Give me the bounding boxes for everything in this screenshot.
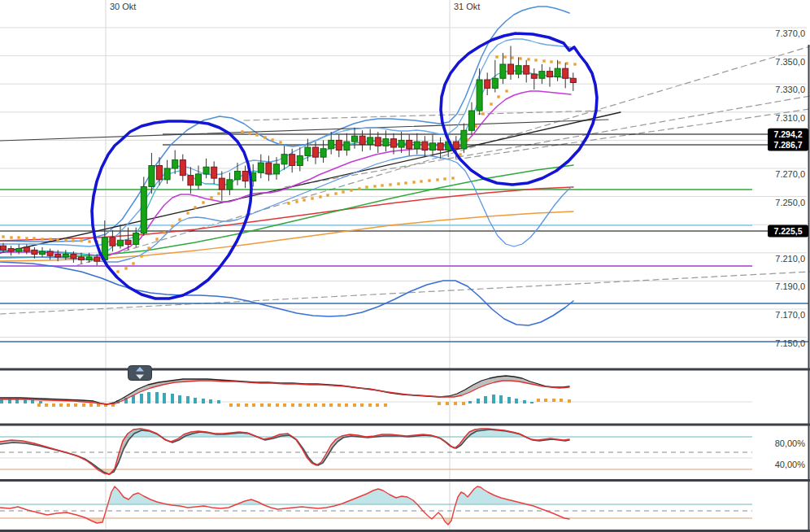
candle-up — [235, 171, 241, 179]
candle-up — [63, 255, 68, 257]
candle-up — [297, 155, 303, 165]
candle-down — [438, 143, 443, 150]
price-label: 7.370,0 — [775, 28, 805, 38]
candle-down — [188, 176, 194, 185]
panel-splitter-handle[interactable] — [128, 366, 152, 381]
candle-up — [172, 160, 178, 168]
candle-up — [258, 163, 263, 172]
candle-up — [500, 64, 506, 78]
candle-up — [383, 139, 389, 146]
candle-down — [79, 257, 85, 259]
candle-up — [164, 168, 170, 180]
candle-down — [407, 140, 412, 148]
candle-down — [180, 160, 185, 176]
candle-down — [453, 142, 459, 149]
candle-up — [274, 164, 280, 174]
candle-down — [391, 139, 397, 147]
date-label: 30 Okt — [110, 2, 136, 11]
candle-down — [485, 80, 490, 88]
candle-up — [281, 155, 287, 164]
candle-up — [305, 147, 311, 155]
candle-up — [16, 249, 22, 251]
price-label: 7.150,0 — [775, 338, 805, 348]
candle-down — [531, 74, 537, 78]
candle-down — [219, 178, 224, 190]
candle-up — [368, 137, 373, 145]
candle-down — [563, 68, 568, 78]
candle-up — [516, 66, 521, 74]
candle-down — [211, 167, 217, 178]
candle-down — [125, 240, 131, 244]
candle-down — [524, 66, 529, 74]
candle-up — [398, 140, 404, 147]
candle-down — [336, 140, 342, 150]
candle-up — [344, 142, 350, 150]
candle-up — [329, 140, 334, 148]
candle-down — [71, 255, 76, 259]
candle-down — [8, 249, 14, 251]
candle-up — [40, 251, 46, 254]
candle-up — [133, 233, 139, 245]
candle-up — [352, 136, 358, 142]
price-label: 7.190,0 — [775, 281, 805, 291]
candle-down — [313, 147, 319, 157]
candle-down — [290, 155, 295, 166]
chart-svg[interactable]: 30 Okt31 Okt7.370,07.350,07.330,07.310,0… — [0, 0, 810, 532]
candle-up — [555, 68, 560, 76]
candle-up — [430, 143, 436, 150]
candle-up — [141, 186, 146, 233]
candle-up — [477, 80, 482, 111]
candle-down — [375, 137, 381, 146]
candle-up — [492, 78, 498, 88]
candle-down — [110, 238, 115, 246]
candle-up — [86, 257, 92, 259]
candle-down — [55, 255, 61, 257]
candle-up — [149, 166, 155, 187]
candle-down — [266, 163, 272, 174]
candle-up — [320, 149, 326, 157]
trading-chart-window: 30 Okt31 Okt7.370,07.350,07.330,07.310,0… — [0, 0, 810, 532]
candle-up — [227, 180, 233, 190]
price-label: 7.330,0 — [775, 85, 805, 94]
candle-up — [203, 167, 209, 174]
price-label: 7.170,0 — [775, 310, 805, 320]
price-badge-text: 7.294,2 — [773, 129, 802, 139]
percent-label: 40,00% — [775, 460, 806, 469]
candle-down — [570, 78, 576, 82]
price-badge-text: 7.286,7 — [773, 140, 802, 150]
candle-down — [242, 171, 248, 181]
candle-up — [469, 111, 475, 130]
candle-up — [196, 174, 202, 185]
candle-down — [422, 142, 428, 150]
candle-down — [508, 64, 514, 74]
candle-up — [414, 142, 420, 149]
candle-down — [47, 251, 53, 255]
candle-down — [94, 257, 100, 261]
candle-down — [157, 166, 163, 180]
price-label: 7.210,0 — [775, 254, 805, 264]
candle-down — [24, 247, 29, 251]
price-label: 7.310,0 — [775, 113, 805, 123]
candle-down — [1, 246, 7, 250]
candle-down — [547, 72, 553, 77]
price-badge-text: 7.225,5 — [773, 226, 802, 236]
candle-down — [32, 250, 37, 254]
candle-up — [539, 72, 545, 79]
price-label: 7.250,0 — [775, 198, 805, 207]
price-label: 7.270,0 — [775, 169, 805, 179]
candle-up — [461, 130, 467, 148]
percent-label: 80,00% — [775, 438, 806, 448]
candle-down — [359, 136, 365, 144]
price-label: 7.350,0 — [775, 57, 805, 67]
candle-up — [118, 240, 124, 246]
date-label: 31 Okt — [454, 2, 480, 11]
